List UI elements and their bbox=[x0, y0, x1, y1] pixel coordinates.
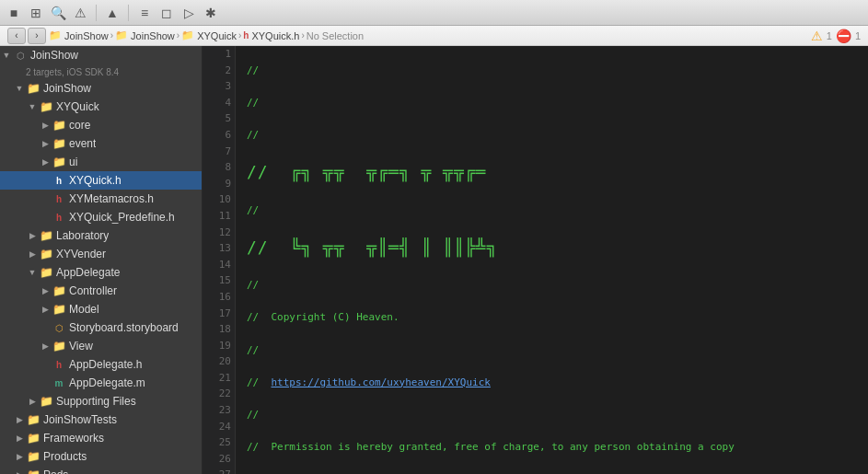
sidebar-item-xyquick-h[interactable]: h XYQuick.h bbox=[0, 171, 202, 190]
sidebar-item-appdelegate[interactable]: 📁 AppDelegate bbox=[0, 263, 202, 282]
editor: 12345 678910 1112131415 1617181920 21222… bbox=[203, 46, 868, 474]
sidebar-item-xyvender[interactable]: 📁 XYVender bbox=[0, 245, 202, 263]
sidebar-item-pods[interactable]: 📁 Pods bbox=[0, 466, 202, 474]
sidebar-item-supporting-files[interactable]: 📁 Supporting Files bbox=[0, 392, 202, 410]
sidebar-item-joinshow-root[interactable]: ⬡ JoinShow bbox=[0, 46, 202, 64]
tree-arrow-xyquick bbox=[26, 98, 39, 116]
tree-arrow-xyvender bbox=[26, 245, 39, 263]
sidebar-item-label-view: View bbox=[69, 340, 93, 353]
folder-icon2: 📁 bbox=[115, 29, 128, 41]
sidebar-item-label-storyboard: Storyboard.storyboard bbox=[69, 321, 179, 334]
sidebar-item-label-controller: Controller bbox=[69, 284, 117, 297]
tree-arrow-model bbox=[39, 300, 52, 318]
breadcrumb-item2[interactable]: 📁 JoinShow bbox=[115, 29, 175, 41]
breadcrumb-item4[interactable]: h XYQuick.h bbox=[243, 30, 299, 41]
editor-layout-icon[interactable]: ◻ bbox=[158, 5, 175, 21]
settings-icon[interactable]: ✱ bbox=[203, 5, 219, 21]
sidebar-item-core[interactable]: 📁 core bbox=[0, 116, 202, 134]
sidebar-item-appdelegate-h[interactable]: h AppDelegate.h bbox=[0, 355, 202, 374]
error-circle-icon: ⛔ bbox=[836, 29, 851, 43]
tree-arrow-pods bbox=[13, 466, 26, 474]
sidebar-item-view[interactable]: 📁 View bbox=[0, 337, 202, 355]
sidebar-item-label-joinshow-tests: JoinShowTests bbox=[43, 413, 117, 426]
code-content: // // // // ╔╗ ╦╦ ╦╔═╗ ╦ ╦╦╔═ // // ╚╗ ╦… bbox=[236, 46, 868, 474]
breadcrumb-joinshow2[interactable]: JoinShow bbox=[131, 30, 175, 41]
sidebar-item-event[interactable]: 📁 event bbox=[0, 134, 202, 153]
breadcrumb-warnings: ⚠ 1 ⛔ 1 bbox=[811, 29, 861, 43]
activity-icon[interactable]: 🔍 bbox=[50, 5, 66, 21]
folder-icon-xyquick: 📁 bbox=[39, 99, 53, 114]
sidebar-item-controller[interactable]: 📁 Controller bbox=[0, 282, 202, 300]
folder-icon-ui: 📁 bbox=[52, 155, 66, 169]
breadcrumb-joinshow1[interactable]: JoinShow bbox=[64, 30, 109, 41]
sidebar-item-xymetamacros-h[interactable]: h XYMetamacros.h bbox=[0, 190, 202, 208]
scheme-selector[interactable]: ⊞ bbox=[28, 5, 44, 21]
tree-arrow-view bbox=[39, 337, 52, 355]
sidebar-item-label-appdelegate: AppDelegate bbox=[56, 266, 120, 279]
tree-arrow-appdelegate-h bbox=[39, 355, 52, 374]
breadcrumb-item[interactable]: 📁 JoinShow bbox=[49, 29, 109, 41]
sidebar-item-label-ui: ui bbox=[69, 156, 77, 168]
tree-arrow-controller bbox=[39, 282, 52, 300]
sidebar: ⬡ JoinShow 2 targets, iOS SDK 8.4 📁 Join… bbox=[0, 46, 203, 474]
breadcrumb-item3[interactable]: 📁 XYQuick bbox=[181, 29, 237, 41]
error-count: 1 bbox=[855, 30, 861, 41]
sidebar-item-model[interactable]: 📁 Model bbox=[0, 300, 202, 318]
toolbar-separator2 bbox=[128, 5, 129, 21]
tree-arrow-xymetamacros-h bbox=[39, 190, 52, 208]
sidebar-item-ui[interactable]: 📁 ui bbox=[0, 153, 202, 171]
breadcrumb-xyquick[interactable]: XYQuick bbox=[197, 30, 237, 41]
tree-arrow-laboratory bbox=[26, 226, 39, 245]
toolbar: ■ ⊞ 🔍 ⚠ ▲ ≡ ◻ ▷ ✱ bbox=[0, 0, 868, 26]
breakpoint-icon[interactable]: ▲ bbox=[104, 5, 121, 21]
sidebar-item-label-supporting-files: Supporting Files bbox=[56, 395, 136, 408]
sidebar-item-joinshow-tests[interactable]: 📁 JoinShowTests bbox=[0, 410, 202, 429]
sidebar-item-frameworks[interactable]: 📁 Frameworks bbox=[0, 429, 202, 447]
run-icon[interactable]: ▷ bbox=[180, 5, 197, 21]
folder-icon-model: 📁 bbox=[52, 302, 66, 317]
folder-icon-core: 📁 bbox=[52, 118, 66, 133]
sidebar-item-label-pods: Pods bbox=[43, 468, 68, 474]
sidebar-item-label-model: Model bbox=[69, 303, 99, 316]
tree-arrow-xyquick-h bbox=[39, 171, 52, 190]
h-file-icon: h bbox=[52, 173, 66, 188]
sidebar-item-joinshow[interactable]: 📁 JoinShow bbox=[0, 79, 202, 98]
toolbar-separator bbox=[96, 5, 97, 21]
h-file-icon2: h bbox=[52, 191, 66, 206]
sidebar-item-laboratory[interactable]: 📁 Laboratory bbox=[0, 226, 202, 245]
folder-icon-event: 📁 bbox=[52, 136, 66, 151]
folder-icon-frameworks: 📁 bbox=[26, 431, 41, 445]
sidebar-item-xyquick[interactable]: 📁 XYQuick bbox=[0, 98, 202, 116]
h-icon: h bbox=[243, 30, 249, 40]
breadcrumb-file[interactable]: XYQuick.h bbox=[251, 30, 299, 41]
folder-icon-products: 📁 bbox=[26, 449, 41, 464]
tree-arrow-appdelegate bbox=[26, 263, 39, 282]
sidebar-item-label-frameworks: Frameworks bbox=[43, 432, 104, 445]
tree-arrow-joinshow-tests bbox=[13, 410, 26, 429]
folder-icon-xyvender: 📁 bbox=[39, 247, 53, 261]
nav-forward-button[interactable]: › bbox=[28, 28, 46, 44]
sidebar-item-products[interactable]: 📁 Products bbox=[0, 447, 202, 466]
sidebar-item-label-products: Products bbox=[43, 450, 87, 463]
breadcrumb-sep4: › bbox=[301, 30, 304, 40]
tree-arrow-supporting-files bbox=[26, 392, 39, 410]
breadcrumb-status: No Selection bbox=[307, 30, 364, 41]
stop-icon[interactable]: ■ bbox=[6, 5, 22, 21]
code-area[interactable]: 12345 678910 1112131415 1617181920 21222… bbox=[203, 46, 868, 474]
tree-arrow-core bbox=[39, 116, 52, 134]
folder-icon-supporting-files: 📁 bbox=[39, 394, 53, 409]
sidebar-item-xyquick-predefine-h[interactable]: h XYQuick_Predefine.h bbox=[0, 208, 202, 226]
breadcrumb-sep: › bbox=[110, 30, 113, 40]
sidebar-item-appdelegate-m[interactable]: m AppDelegate.m bbox=[0, 374, 202, 392]
folder-icon: 📁 bbox=[49, 29, 62, 41]
sidebar-item-storyboard[interactable]: ⬡ Storyboard.storyboard bbox=[0, 318, 202, 337]
warning-icon[interactable]: ⚠ bbox=[72, 5, 88, 21]
tree-arrow-frameworks bbox=[13, 429, 26, 447]
tree-arrow-joinshow bbox=[13, 79, 26, 98]
nav-back-button[interactable]: ‹ bbox=[7, 28, 26, 44]
view-toggle-icon[interactable]: ≡ bbox=[136, 5, 153, 21]
sidebar-item-label-xymetamacros-h: XYMetamacros.h bbox=[69, 192, 154, 205]
folder-icon-view: 📁 bbox=[52, 339, 66, 353]
h-file-icon4: h bbox=[52, 357, 66, 372]
sidebar-item-label: JoinShow bbox=[30, 49, 78, 62]
